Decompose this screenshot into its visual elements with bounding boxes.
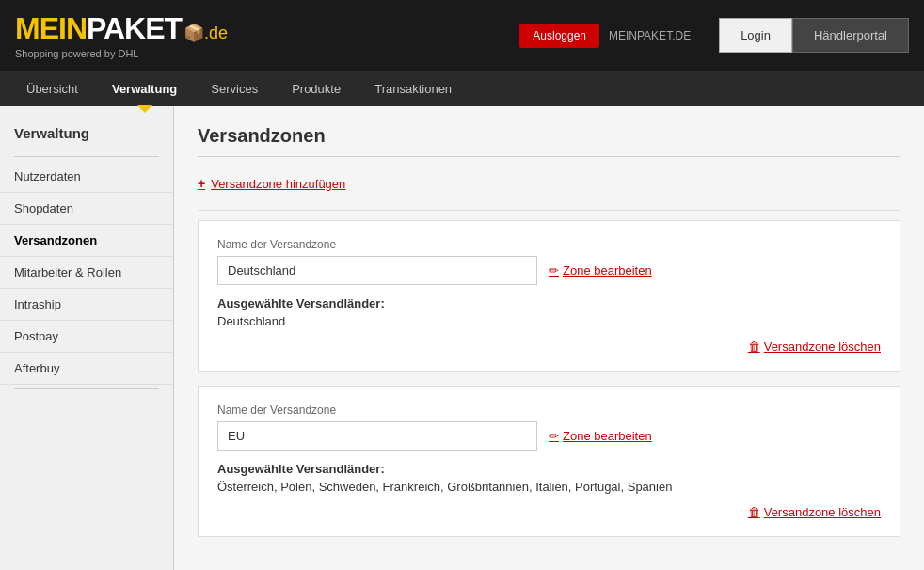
zone2-field-row: ✏ Zone bearbeiten <box>217 421 881 451</box>
pencil-icon-zone2: ✏ <box>549 429 559 443</box>
sidebar-title: Verwaltung <box>0 125 173 152</box>
page-title: Versandzonen <box>198 125 900 157</box>
nav-item-transaktionen[interactable]: Transaktionen <box>358 72 469 105</box>
zone1-delete-row: 🗑 Versandzone löschen <box>217 340 881 354</box>
haendlerportal-tab-button[interactable]: Händlerportal <box>792 18 909 53</box>
logo-de: .de <box>204 24 228 43</box>
sidebar-item-intraship[interactable]: Intraship <box>0 289 173 321</box>
zone1-countries-label: Ausgewählte Versandländer: <box>217 296 881 310</box>
zone-section-1: Name der Versandzone ✏ Zone bearbeiten A… <box>198 220 900 372</box>
zone2-delete-row: 🗑 Versandzone löschen <box>217 505 881 519</box>
zone2-countries-value: Österreich, Polen, Schweden, Frankreich,… <box>217 480 881 494</box>
trash-icon-zone1: 🗑 <box>748 340 760 354</box>
sidebar-item-afterbuy[interactable]: Afterbuy <box>0 353 173 385</box>
nav-item-verwaltung[interactable]: Verwaltung <box>95 72 194 105</box>
logo-subtitle: Shopping powered by DHL <box>15 48 228 59</box>
login-tab-button[interactable]: Login <box>719 18 792 53</box>
nav-item-uebersicht[interactable]: Übersicht <box>9 72 95 105</box>
logo-mein: MEIN <box>15 11 87 46</box>
sidebar-item-shopdaten[interactable]: Shopdaten <box>0 193 173 225</box>
nav-item-produkte[interactable]: Produkte <box>275 72 358 105</box>
zone1-delete-label: Versandzone löschen <box>764 340 881 354</box>
sidebar-item-postpay[interactable]: Postpay <box>0 321 173 353</box>
header-tabs: Login Händlerportal <box>719 18 909 53</box>
add-zone-link[interactable]: + Versandzone hinzufügen <box>198 176 900 191</box>
header-right: Ausloggen MEINPAKET.DE Login Händlerport… <box>519 18 909 53</box>
nav-item-services[interactable]: Services <box>194 72 275 105</box>
meinpaket-link[interactable]: MEINPAKET.DE <box>609 29 691 42</box>
zone1-name-input[interactable] <box>217 256 537 285</box>
zone2-delete-label: Versandzone löschen <box>764 505 881 519</box>
trash-icon-zone2: 🗑 <box>748 505 760 519</box>
sidebar-item-mitarbeiter[interactable]: Mitarbeiter & Rollen <box>0 257 173 289</box>
zone1-field-label: Name der Versandzone <box>217 238 881 251</box>
zone2-edit-link[interactable]: ✏ Zone bearbeiten <box>549 429 652 443</box>
zone2-name-input[interactable] <box>217 421 537 451</box>
plus-icon: + <box>198 176 205 191</box>
logo: MEIN PAKET 📦 .de Shopping powered by DHL <box>15 11 228 59</box>
zone1-delete-link[interactable]: 🗑 Versandzone löschen <box>748 340 881 354</box>
logo-box-icon: 📦 <box>183 23 204 43</box>
zone1-edit-link[interactable]: ✏ Zone bearbeiten <box>549 263 652 277</box>
main-content: Versandzonen + Versandzone hinzufügen Na… <box>174 106 924 570</box>
zone1-edit-label: Zone bearbeiten <box>563 263 652 277</box>
zone2-edit-label: Zone bearbeiten <box>563 429 652 443</box>
zone2-field-label: Name der Versandzone <box>217 404 881 417</box>
ausloggen-button[interactable]: Ausloggen <box>519 24 599 48</box>
sidebar: Verwaltung Nutzerdaten Shopdaten Versand… <box>0 106 174 570</box>
pencil-icon-zone1: ✏ <box>549 263 559 277</box>
zone2-countries-label: Ausgewählte Versandländer: <box>217 462 881 476</box>
header: MEIN PAKET 📦 .de Shopping powered by DHL… <box>0 0 924 71</box>
zone1-field-row: ✏ Zone bearbeiten <box>217 256 881 285</box>
zone-section-2: Name der Versandzone ✏ Zone bearbeiten A… <box>198 386 900 537</box>
nav-bar: Übersicht Verwaltung Services Produkte T… <box>0 71 924 106</box>
add-zone-label: Versandzone hinzufügen <box>211 177 345 191</box>
sidebar-item-versandzonen[interactable]: Versandzonen <box>0 225 173 257</box>
sidebar-item-nutzerdaten[interactable]: Nutzerdaten <box>0 161 173 193</box>
layout: Verwaltung Nutzerdaten Shopdaten Versand… <box>0 106 924 570</box>
logo-paket: PAKET <box>87 11 182 46</box>
zone1-countries-value: Deutschland <box>217 314 881 328</box>
zone2-delete-link[interactable]: 🗑 Versandzone löschen <box>748 505 881 519</box>
